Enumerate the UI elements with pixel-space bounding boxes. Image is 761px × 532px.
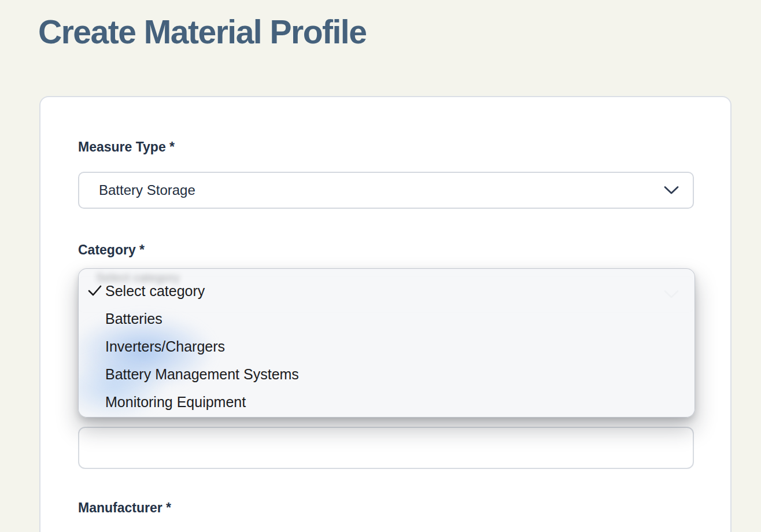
manufacturer-label: Manufacturer * xyxy=(78,500,171,516)
category-label: Category * xyxy=(78,242,145,258)
measure-type-label: Measure Type * xyxy=(78,139,175,155)
dropdown-option-label: Monitoring Equipment xyxy=(105,394,246,411)
dropdown-option-batteries[interactable]: Batteries xyxy=(79,305,694,332)
dropdown-option-label: Select category xyxy=(105,283,205,300)
dropdown-option-select-category[interactable]: Select category xyxy=(79,277,694,305)
category-dropdown-menu: Select category Select category Batterie… xyxy=(78,268,695,418)
form-card: Measure Type * Battery Storage Category … xyxy=(39,96,732,532)
dropdown-option-label: Batteries xyxy=(105,311,162,327)
dropdown-option-monitoring-equipment[interactable]: Monitoring Equipment xyxy=(79,388,694,416)
dropdown-option-inverters-chargers[interactable]: Inverters/Chargers xyxy=(79,332,694,360)
measure-type-select[interactable]: Battery Storage xyxy=(78,172,694,209)
checkmark-icon xyxy=(88,285,102,297)
chevron-down-icon xyxy=(664,186,679,195)
page-title: Create Material Profile xyxy=(38,13,366,51)
dropdown-option-label: Inverters/Chargers xyxy=(105,338,225,355)
dropdown-option-battery-management-systems[interactable]: Battery Management Systems xyxy=(79,360,694,388)
dropdown-option-label: Battery Management Systems xyxy=(105,366,299,383)
untitled-text-input[interactable] xyxy=(78,427,694,469)
measure-type-value: Battery Storage xyxy=(79,182,195,198)
